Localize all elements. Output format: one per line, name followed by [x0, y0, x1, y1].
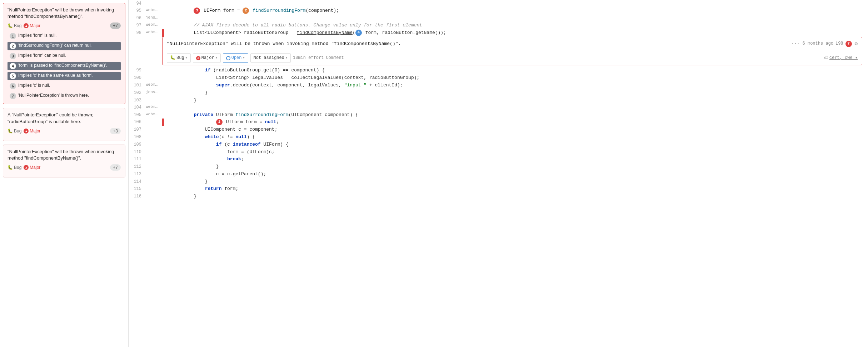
line-author-109: [146, 141, 162, 149]
comment-button[interactable]: Comment: [326, 55, 344, 61]
code-line-107: 107 UIComponent c = component;: [129, 126, 868, 134]
bug-icon-popup: 🐛: [170, 55, 175, 61]
flow-item-5[interactable]: 5 Implies 'c' has the same value as 'for…: [8, 72, 121, 80]
line-author-104: webm…: [146, 104, 162, 111]
line-num-102: 102: [129, 89, 146, 97]
code-line-111: 111 break;: [129, 156, 868, 163]
issue-2-title: A "NullPointerException" could be thrown…: [8, 112, 121, 125]
line-num-106: 106: [129, 119, 146, 126]
issue-1-count: +7: [110, 22, 121, 29]
tags-area: 🏷 cert, cwe ▾: [824, 55, 858, 61]
line-author-115: [146, 185, 162, 193]
type-button[interactable]: 🐛 Bug ▾: [167, 53, 191, 63]
issue-2-severity: ▲ Major: [24, 129, 40, 134]
tags-label[interactable]: cert, cwe ▾: [829, 55, 858, 61]
code-line-101: 101 webm… super.decode(context, componen…: [129, 82, 868, 89]
line-author-97: webm…: [146, 22, 162, 29]
issue-3-count: +7: [110, 164, 121, 171]
issue-inline-popup: "NullPointerException" will be thrown wh…: [162, 37, 862, 66]
code-panel: 94 95 webm… 3 UIForm form = 2 findSurrou…: [129, 0, 868, 347]
code-line-112: 112 }: [129, 163, 868, 171]
code-line-94: 94: [129, 0, 868, 7]
line-num-97: 97: [129, 22, 146, 29]
status-button[interactable]: Open ▾: [223, 53, 248, 63]
line-content-98: List<UIComponent> radioButtonGroup = fin…: [164, 29, 868, 37]
assignee-button[interactable]: Not assigned ▾: [250, 53, 291, 63]
code-line-99: 99 if (radioButtonGroup.get(0) == compon…: [129, 67, 868, 74]
line-num-113: 113: [129, 171, 146, 178]
line-num-101: 101: [129, 82, 146, 89]
severity-label: Major: [201, 55, 214, 61]
issue-3-severity: ▲ Major: [24, 165, 40, 170]
line-content-103: }: [164, 97, 868, 104]
flow-item-7[interactable]: 7 'NullPointerException' is thrown here.: [8, 92, 121, 100]
bug-icon-2: 🐛: [8, 129, 13, 134]
issue-1-flows: 1 Implies 'form' is null. 2 'findSurroun…: [8, 32, 121, 100]
flow-num-5: 5: [10, 73, 16, 79]
line-author-101: webm…: [146, 82, 162, 89]
popup-title-text: "NullPointerException" will be thrown wh…: [167, 41, 401, 46]
flow-item-3[interactable]: 3 Implies 'form' can be null.: [8, 52, 121, 60]
popup-actions: 🐛 Bug ▾ ▲ Major ▾ Open ▾ Not assigned ▾: [163, 51, 862, 65]
settings-icon[interactable]: ⚙: [855, 40, 858, 48]
flow-num-1: 1: [10, 33, 16, 39]
popup-flow-count: 7: [845, 41, 852, 47]
status-chevron: ▾: [243, 55, 245, 61]
flow-item-1[interactable]: 1 Implies 'form' is null.: [8, 32, 121, 40]
line-content-101: super.decode(context, component, legalVa…: [164, 82, 868, 89]
issue-card-2[interactable]: A "NullPointerException" could be thrown…: [3, 108, 125, 141]
code-line-113: 113 c = c.getParent();: [129, 171, 868, 178]
code-line-116: 116 }: [129, 193, 868, 200]
line-content-112: }: [164, 163, 868, 171]
type-chevron: ▾: [185, 55, 188, 61]
severity-button[interactable]: ▲ Major ▾: [193, 53, 221, 63]
popup-header: "NullPointerException" will be thrown wh…: [163, 37, 862, 51]
marker-1-line106: 1: [216, 119, 223, 125]
flow-item-2[interactable]: 2 'findSurroundingForm()' can return nul…: [8, 42, 121, 50]
line-num-109: 109: [129, 141, 146, 149]
line-num-112: 112: [129, 163, 146, 171]
line-content-100: List<String> legalValues = collectLegalV…: [164, 74, 868, 82]
issue-2-meta: 🐛 Bug ▲ Major +3: [8, 128, 121, 134]
code-line-100: 100 List<String> legalValues = collectLe…: [129, 74, 868, 82]
line-num-105: 105: [129, 111, 146, 119]
flow-item-6[interactable]: 6 Implies 'c' is null.: [8, 82, 121, 90]
line-num-116: 116: [129, 193, 146, 200]
popup-meta: 6 months ago L98 7 ⚙: [803, 40, 858, 48]
code-line-103: 103 }: [129, 97, 868, 104]
popup-more-button[interactable]: ···: [791, 40, 799, 48]
line-num-108: 108: [129, 134, 146, 141]
line-content-104: [164, 104, 868, 111]
open-circle-icon: [226, 56, 230, 60]
issue-3-type: 🐛 Bug: [8, 165, 21, 170]
issue-1-title: "NullPointerException" will be thrown wh…: [8, 7, 121, 20]
line-author-110: [146, 149, 162, 156]
issue-card-1[interactable]: "NullPointerException" will be thrown wh…: [3, 3, 125, 104]
line-num-107: 107: [129, 126, 146, 134]
issue-1-severity: ▲ Major: [24, 23, 40, 28]
line-author-96: jens…: [146, 15, 162, 22]
line-author-94: [146, 0, 162, 7]
flow-item-4[interactable]: 4 'form' is passed to 'findComponentsByN…: [8, 62, 121, 70]
line-content-106: 1 UIForm form = null;: [164, 119, 868, 126]
issue-card-3[interactable]: "NullPointerException" will be thrown wh…: [3, 145, 125, 177]
line-author-108: [146, 134, 162, 141]
code-line-106: 106 1 UIForm form = null;: [129, 119, 868, 126]
severity-dot-2: ▲: [24, 129, 29, 134]
line-num-95: 95: [129, 7, 146, 15]
line-num-98: 98: [129, 29, 146, 37]
marker-3: 3: [194, 7, 200, 14]
code-line-98: 98 webm… List<UIComponent> radioButtonGr…: [129, 29, 868, 37]
assignee-chevron: ▾: [285, 55, 288, 61]
line-author-95: webm…: [146, 7, 162, 15]
effort-text: 10min effort: [293, 55, 324, 61]
line-author-106: [146, 119, 162, 126]
line-content-107: UIComponent c = component;: [164, 126, 868, 134]
line-content-115: return form;: [164, 185, 868, 193]
type-label: Bug: [176, 55, 184, 61]
flow-num-2: 2: [10, 43, 16, 49]
issue-3-meta: 🐛 Bug ▲ Major +7: [8, 164, 121, 171]
code-line-96: 96 jens…: [129, 15, 868, 22]
code-line-95: 95 webm… 3 UIForm form = 2 findSurroundi…: [129, 7, 868, 15]
flow-num-6: 6: [10, 83, 16, 89]
